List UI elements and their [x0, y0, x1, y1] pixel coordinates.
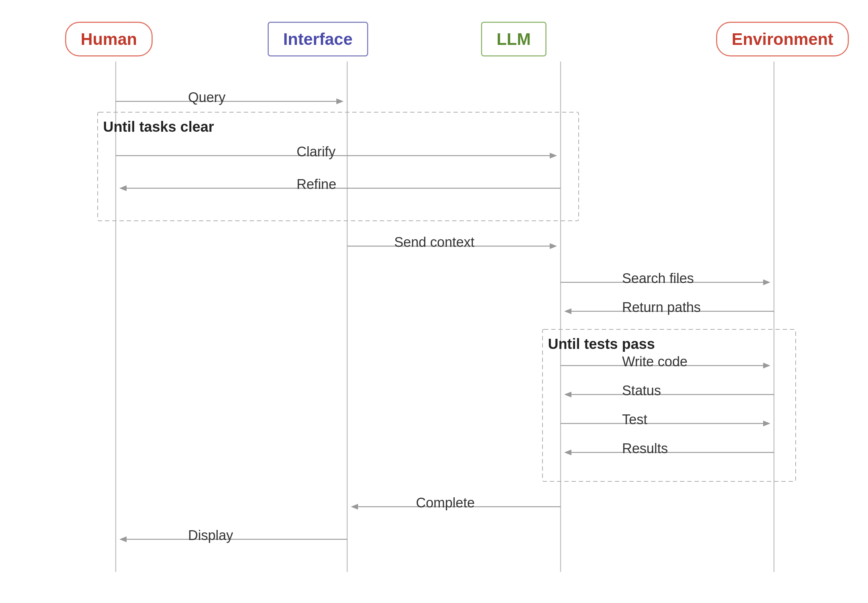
svg-marker-15 — [763, 280, 770, 285]
msg-search-files: Search files — [622, 271, 694, 286]
msg-display: Display — [188, 528, 233, 543]
loop2-label: Until tests pass — [548, 336, 655, 352]
msg-send-context: Send context — [394, 235, 475, 250]
sequence-diagram: Human Interface LLM Environment — [0, 0, 868, 603]
svg-marker-9 — [550, 153, 557, 159]
diagram-svg — [0, 0, 868, 603]
svg-rect-5 — [543, 329, 796, 481]
svg-marker-25 — [564, 450, 572, 455]
msg-complete: Complete — [416, 495, 475, 511]
svg-marker-7 — [336, 99, 344, 104]
msg-results: Results — [622, 441, 668, 456]
msg-clarify: Clarify — [296, 144, 336, 159]
msg-test: Test — [622, 412, 648, 427]
svg-marker-23 — [763, 421, 770, 427]
msg-refine: Refine — [296, 176, 336, 192]
svg-marker-13 — [550, 243, 557, 249]
msg-write-code: Write code — [622, 354, 688, 370]
msg-status: Status — [622, 383, 661, 399]
svg-marker-11 — [119, 185, 126, 191]
svg-marker-19 — [763, 363, 770, 368]
svg-marker-29 — [119, 537, 126, 542]
svg-marker-27 — [351, 504, 358, 510]
msg-return-paths: Return paths — [622, 300, 701, 315]
loop1-label: Until tasks clear — [103, 119, 214, 135]
msg-query: Query — [188, 90, 225, 105]
svg-marker-21 — [564, 392, 572, 397]
svg-marker-17 — [564, 308, 572, 314]
